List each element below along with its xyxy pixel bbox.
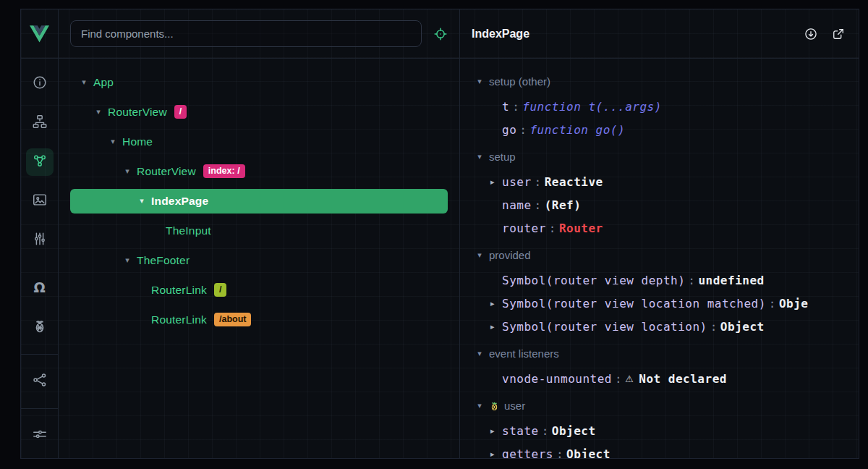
tree-node-routerview[interactable]: ▾RouterViewindex: / — [59, 156, 459, 186]
route-badge: / — [214, 283, 226, 297]
settings-icon — [32, 426, 48, 445]
sidebar-item-pinia[interactable] — [26, 313, 54, 341]
components-toolbar — [59, 9, 459, 59]
prop-key: getters — [502, 447, 553, 459]
prop-separator: : — [532, 198, 545, 212]
caret-down-icon[interactable]: ▾ — [475, 77, 485, 86]
tree-node-label: RouterView — [108, 106, 167, 119]
tree-node-label: RouterLink — [151, 284, 207, 297]
prop-separator: : — [516, 123, 529, 137]
caret-down-icon[interactable]: ▾ — [475, 250, 485, 260]
section-setup: ▾setup▸user:Reactivename:(Ref)router:Rou… — [460, 143, 859, 240]
search-box[interactable] — [70, 20, 422, 47]
caret-right-icon[interactable]: ▸ — [486, 322, 499, 331]
prop-row-getters[interactable]: ▸getters:Object — [460, 442, 859, 458]
sidebar-item-graph[interactable] — [26, 368, 54, 395]
prop-row-router[interactable]: router:Router — [460, 216, 859, 240]
tree-node-label: IndexPage — [151, 195, 208, 208]
sidebar: Ω — [21, 9, 59, 458]
tree-node-label: TheFooter — [137, 254, 190, 267]
section-header-setup[interactable]: ▾setup — [460, 143, 859, 170]
section-header-setup-other[interactable]: ▾setup (other) — [460, 67, 859, 95]
prop-separator: : — [685, 274, 698, 287]
vue-logo[interactable] — [21, 9, 58, 59]
prop-separator: : — [766, 297, 779, 310]
section-user: ▾user▸state:Object▸getters:Object — [460, 392, 859, 458]
prop-row-symbol-router-view-location[interactable]: ▸Symbol(router view location):Object — [460, 315, 859, 338]
tree-node-theinput[interactable]: TheInput — [59, 216, 459, 245]
tree-node-routerlink[interactable]: RouterLink/about — [59, 305, 459, 334]
prop-key: router — [502, 221, 546, 235]
prop-row-symbol-router-view-depth[interactable]: Symbol(router view depth):undefined — [460, 269, 859, 292]
sidebar-item-overview[interactable] — [26, 70, 54, 98]
caret-right-icon[interactable]: ▸ — [486, 449, 499, 459]
prop-row-vnode-unmounted[interactable]: vnode-unmounted:⚠Not declared — [460, 367, 859, 390]
section-header-user[interactable]: ▾user — [460, 392, 859, 419]
tree-node-indexpage[interactable]: ▾IndexPage — [70, 189, 448, 214]
prop-value: Router — [559, 221, 603, 235]
caret-right-icon[interactable]: ▸ — [486, 177, 499, 187]
sidebar-item-components-tree[interactable] — [26, 109, 54, 137]
sidebar-item-components[interactable] — [26, 148, 54, 176]
prop-row-user[interactable]: ▸user:Reactive — [460, 170, 859, 193]
warning-icon: ⚠ — [625, 373, 634, 384]
prop-key: state — [502, 424, 539, 438]
prop-key: Symbol(router view depth) — [502, 274, 685, 287]
caret-right-icon[interactable]: ▸ — [486, 299, 499, 308]
circle-arrow-down-icon[interactable] — [804, 27, 818, 41]
caret-right-icon[interactable]: ▸ — [486, 426, 499, 436]
caret-down-icon[interactable]: ▾ — [475, 349, 485, 358]
prop-separator: : — [612, 372, 625, 386]
prop-row-state[interactable]: ▸state:Object — [460, 419, 859, 442]
prop-row-name[interactable]: name:(Ref) — [460, 193, 859, 216]
inspector-actions — [804, 27, 846, 41]
tree-node-home[interactable]: ▾Home — [59, 127, 459, 156]
section-label: setup — [489, 151, 516, 163]
prop-key: t — [502, 100, 509, 114]
components-icon — [32, 153, 48, 172]
inspect-component-icon[interactable] — [433, 27, 448, 41]
prop-value: (Ref) — [545, 198, 582, 212]
sidebar-item-pages[interactable] — [26, 187, 54, 215]
caret-down-icon[interactable]: ▾ — [92, 107, 105, 117]
caret-down-icon[interactable]: ▾ — [135, 196, 148, 206]
caret-down-icon[interactable]: ▾ — [121, 166, 134, 176]
pineapple-icon — [32, 318, 48, 337]
prop-separator: : — [539, 424, 552, 438]
caret-down-icon[interactable]: ▾ — [121, 255, 134, 265]
tree-node-app[interactable]: ▾App — [59, 67, 459, 97]
tree-icon — [32, 114, 48, 132]
prop-row-go[interactable]: go:function go() — [460, 118, 859, 141]
tree-node-thefooter[interactable]: ▾TheFooter — [59, 245, 459, 275]
sidebar-item-router[interactable]: Ω — [26, 274, 54, 302]
section-label: provided — [489, 249, 531, 261]
prop-key: Symbol(router view location) — [502, 320, 707, 334]
sidebar-divider — [21, 354, 58, 355]
search-input[interactable] — [71, 28, 421, 40]
prop-value: Reactive — [545, 175, 603, 189]
inspector-title: IndexPage — [472, 28, 529, 41]
prop-row-t[interactable]: t:function t(...args) — [460, 95, 859, 118]
prop-value: function t(...args) — [522, 100, 662, 114]
tree-node-routerlink[interactable]: RouterLink/ — [59, 275, 459, 305]
components-panel: ▾App▾RouterView/▾Home▾RouterViewindex: /… — [59, 9, 460, 458]
sidebar-item-settings[interactable] — [26, 422, 54, 449]
prop-separator: : — [707, 320, 720, 334]
section-header-event-listeners[interactable]: ▾event listeners — [460, 339, 859, 367]
caret-down-icon[interactable]: ▾ — [475, 152, 485, 161]
external-link-icon[interactable] — [831, 27, 846, 41]
caret-down-icon[interactable]: ▾ — [475, 401, 485, 410]
timeline-icon — [32, 231, 48, 250]
sidebar-item-timeline[interactable] — [26, 227, 54, 254]
tree-node-routerview[interactable]: ▾RouterView/ — [59, 97, 459, 127]
caret-down-icon[interactable]: ▾ — [106, 137, 119, 146]
info-icon — [32, 75, 48, 93]
tree-node-label: App — [93, 76, 114, 89]
prop-separator: : — [546, 221, 559, 235]
section-setup-other: ▾setup (other)t:function t(...args)go:fu… — [460, 67, 859, 141]
caret-down-icon[interactable]: ▾ — [77, 77, 90, 87]
graph-icon — [32, 372, 48, 391]
inspector-body: ▾setup (other)t:function t(...args)go:fu… — [460, 59, 859, 458]
prop-row-symbol-router-view-location-matched[interactable]: ▸Symbol(router view location matched):Ob… — [460, 292, 859, 315]
section-header-provided[interactable]: ▾provided — [460, 241, 859, 269]
